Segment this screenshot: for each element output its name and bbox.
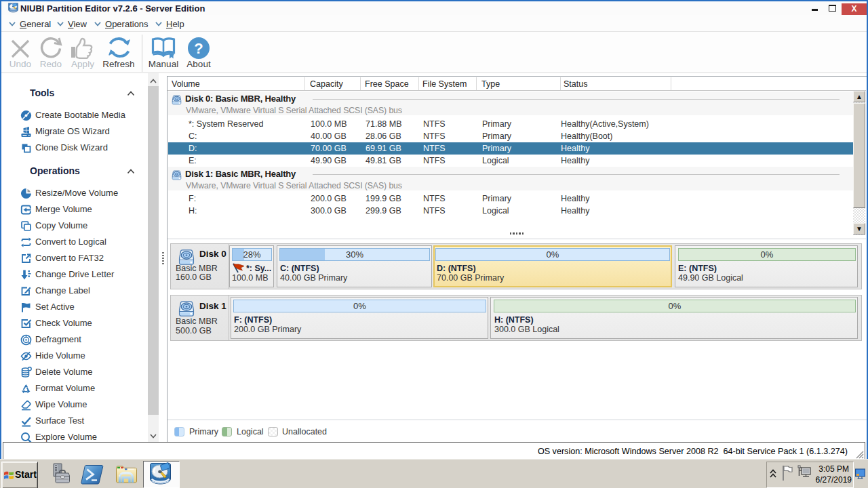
svg-text:?: ? <box>194 40 203 57</box>
